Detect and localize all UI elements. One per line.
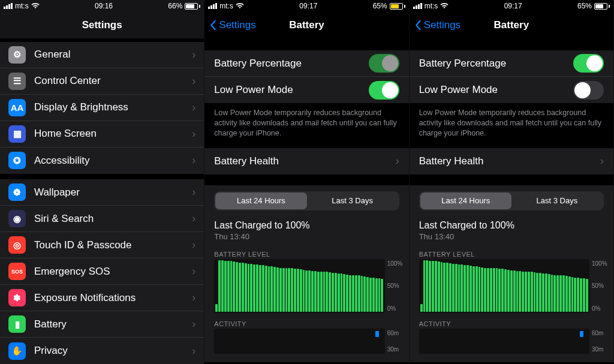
battery-health-row[interactable]: Battery Health ›: [204, 148, 408, 175]
wifi-icon: [31, 3, 40, 9]
status-bar: mt:s 09:16 66%: [0, 0, 204, 12]
low-power-description: Low Power Mode temporarily reduces backg…: [204, 103, 408, 148]
row-label: Battery: [34, 318, 192, 330]
row-label: Low Power Mode: [214, 84, 368, 96]
settings-row-home-screen[interactable]: ▦Home Screen›: [0, 121, 204, 148]
row-label: Home Screen: [34, 128, 192, 140]
clock: 09:17: [504, 2, 522, 10]
general-icon: ⚙: [8, 46, 26, 64]
battery-icon: ▮: [8, 315, 26, 333]
battery-level-yaxis: 100%50%0%: [589, 259, 611, 313]
chevron-right-icon: ›: [192, 128, 195, 140]
row-label: Exposure Notifications: [34, 292, 192, 304]
low-power-description: Low Power Mode temporarily reduces backg…: [410, 103, 613, 148]
chevron-right-icon: ›: [192, 186, 195, 198]
chevron-right-icon: ›: [192, 212, 195, 225]
back-button[interactable]: Settings: [414, 19, 460, 31]
battery-level-yaxis: 100%50%0%: [385, 259, 407, 313]
activity-chart: [214, 329, 384, 354]
row-label: Battery Health: [214, 155, 395, 167]
battery-percentage-row: Battery Percentage: [204, 50, 408, 77]
time-range-segmented: Last 24 Hours Last 3 Days: [419, 191, 604, 210]
row-label: Low Power Mode: [419, 84, 573, 96]
settings-row-accessibility[interactable]: ✪Accessibility›: [0, 148, 204, 174]
settings-row-exposure-notifications[interactable]: ✽Exposure Notifications›: [0, 285, 204, 311]
back-button[interactable]: Settings: [209, 19, 255, 31]
battery-percentage-toggle[interactable]: [573, 54, 604, 73]
row-label: Battery Percentage: [419, 58, 573, 70]
row-label: Control Center: [34, 75, 192, 87]
row-label: Siri & Search: [34, 213, 192, 225]
last-charged-block: Last Charged to 100% Thu 13:40: [204, 216, 408, 247]
display-brightness-icon: AA: [8, 99, 26, 116]
last-charged-time: Thu 13:40: [214, 232, 399, 241]
clock: 09:16: [95, 2, 113, 10]
activity-title: ACTIVITY: [204, 317, 408, 329]
settings-row-battery[interactable]: ▮Battery›: [0, 311, 204, 338]
clock: 09:17: [299, 2, 317, 10]
page-title: Settings: [82, 19, 122, 31]
chevron-right-icon: ›: [192, 265, 195, 278]
segment-last-24-hours[interactable]: Last 24 Hours: [420, 192, 511, 209]
row-label: Emergency SOS: [34, 266, 192, 278]
row-label: Wallpaper: [34, 186, 192, 198]
page-title: Battery: [289, 19, 324, 31]
battery-percentage: 65%: [577, 2, 592, 10]
row-label: Display & Brightness: [34, 101, 192, 113]
activity-chart: [419, 329, 589, 354]
chevron-right-icon: ›: [192, 239, 195, 251]
chevron-right-icon: ›: [192, 318, 195, 330]
signal-icon: [413, 3, 422, 9]
chevron-left-icon: [209, 20, 216, 31]
activity-yaxis: 60m30m: [385, 329, 407, 354]
settings-row-control-center[interactable]: ☰Control Center›: [0, 68, 204, 95]
chevron-left-icon: [414, 20, 422, 31]
low-power-mode-toggle[interactable]: [573, 81, 604, 100]
page-title: Battery: [494, 19, 529, 31]
nav-header: Settings Battery: [204, 12, 408, 38]
battery-health-row[interactable]: Battery Health ›: [410, 148, 613, 175]
settings-row-display-brightness[interactable]: AADisplay & Brightness›: [0, 95, 204, 121]
activity-yaxis: 60m30m: [589, 329, 611, 354]
row-label: Accessibility: [34, 155, 192, 167]
settings-row-touch-id-passcode[interactable]: ◎Touch ID & Passcode›: [0, 232, 204, 258]
chevron-right-icon: ›: [192, 154, 195, 167]
signal-icon: [208, 3, 217, 9]
row-label: Battery Health: [419, 155, 600, 167]
chevron-right-icon: ›: [396, 155, 399, 167]
last-charged-block: Last Charged to 100% Thu 13:40: [410, 216, 613, 247]
status-bar: mt:s 09:17 65%: [410, 0, 613, 12]
row-label: Privacy: [34, 345, 192, 357]
wifi-icon: [236, 3, 244, 9]
low-power-mode-toggle[interactable]: [369, 81, 399, 100]
chevron-right-icon: ›: [600, 155, 604, 167]
touch-id-passcode-icon: ◎: [8, 236, 26, 254]
battery-level-chart: [214, 259, 384, 313]
segment-last-24-hours[interactable]: Last 24 Hours: [215, 192, 306, 209]
row-label: General: [34, 49, 192, 61]
privacy-icon: ✋: [8, 342, 26, 360]
settings-row-privacy[interactable]: ✋Privacy›: [0, 338, 204, 364]
battery-percentage: 66%: [168, 2, 182, 10]
status-bar: mt:s 09:17 65%: [204, 0, 408, 12]
settings-row-general[interactable]: ⚙General›: [0, 42, 204, 68]
settings-row-emergency-sos[interactable]: SOSEmergency SOS›: [0, 258, 204, 285]
last-charged-title: Last Charged to 100%: [419, 220, 604, 231]
accessibility-icon: ✪: [8, 152, 26, 169]
battery-percentage-toggle[interactable]: [369, 54, 399, 73]
segment-last-3-days[interactable]: Last 3 Days: [307, 192, 398, 209]
chevron-right-icon: ›: [192, 75, 195, 88]
exposure-notifications-icon: ✽: [8, 289, 26, 306]
chevron-right-icon: ›: [192, 101, 195, 114]
low-power-mode-row: Low Power Mode: [204, 77, 408, 103]
chevron-right-icon: ›: [192, 345, 195, 357]
segment-last-3-days[interactable]: Last 3 Days: [511, 192, 603, 209]
siri-search-icon: ◉: [8, 210, 26, 227]
battery-icon: [185, 3, 200, 10]
nav-header: Settings Battery: [410, 12, 613, 38]
settings-row-siri-search[interactable]: ◉Siri & Search›: [0, 206, 204, 232]
settings-row-wallpaper[interactable]: ❁Wallpaper›: [0, 179, 204, 206]
emergency-sos-icon: SOS: [8, 263, 26, 280]
battery-level-chart: [419, 259, 589, 313]
back-label: Settings: [219, 19, 255, 31]
